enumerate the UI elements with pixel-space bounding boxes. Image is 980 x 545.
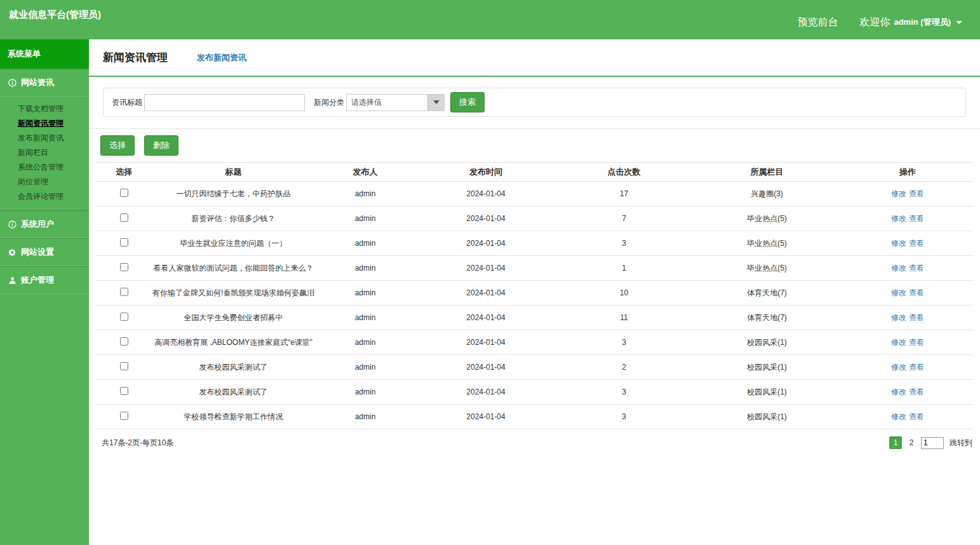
sidebar-section-label: 网站资讯 <box>21 77 54 88</box>
page-jump-input[interactable] <box>921 437 944 449</box>
row-category: 毕业热点(5) <box>692 256 842 281</box>
row-date: 2024-01-04 <box>416 182 556 206</box>
row-clicks: 11 <box>556 306 692 330</box>
topbar-right: 预览前台 欢迎你 admin (管理员) <box>797 16 962 29</box>
page-title: 新闻资讯管理 <box>103 50 168 65</box>
row-checkbox[interactable] <box>120 263 128 271</box>
row-select-cell <box>95 182 152 206</box>
edit-link[interactable]: 修改 <box>891 288 906 297</box>
row-publisher: admin <box>314 306 416 330</box>
info-icon <box>8 220 17 229</box>
page-number[interactable]: 2 <box>908 438 915 447</box>
preview-frontend-link[interactable]: 预览前台 <box>797 16 838 29</box>
sidebar-submenu-item[interactable]: 发布新闻资讯 <box>0 131 89 145</box>
row-select-cell <box>95 281 152 306</box>
page-number[interactable]: 1 <box>889 436 902 449</box>
news-category-select[interactable]: 请选择值 <box>346 94 445 111</box>
column-header: 所属栏目 <box>692 163 842 182</box>
sidebar-submenu-item[interactable]: 系统公告管理 <box>0 160 89 175</box>
row-publisher: admin <box>314 206 416 231</box>
row-checkbox[interactable] <box>120 213 128 222</box>
row-date: 2024-01-04 <box>416 330 556 355</box>
row-title: 发布校园风采测试了 <box>152 355 314 380</box>
row-checkbox[interactable] <box>120 337 128 346</box>
table-row: 学校领导检查新学期工作情况admin2024-01-043校园风采(1)修改查看 <box>95 405 974 429</box>
page-header: 新闻资讯管理 发布新闻资讯 <box>89 39 980 77</box>
row-date: 2024-01-04 <box>416 256 556 281</box>
view-link[interactable]: 查看 <box>909 412 924 421</box>
view-link[interactable]: 查看 <box>909 338 924 347</box>
row-checkbox[interactable] <box>120 238 128 246</box>
select-button[interactable]: 选择 <box>100 135 135 156</box>
row-checkbox[interactable] <box>120 189 128 197</box>
edit-link[interactable]: 修改 <box>891 338 906 347</box>
dropdown-arrow-icon <box>427 95 444 111</box>
page-layout: 系统菜单 网站资讯 下载文档管理新闻资讯管理发布新闻资讯新闻栏目系统公告管理岗位… <box>0 39 980 545</box>
row-select-cell <box>95 256 152 281</box>
sidebar-submenu-item[interactable]: 新闻栏目 <box>0 145 89 160</box>
sidebar-submenu-item[interactable]: 新闻资讯管理 <box>0 116 89 131</box>
sidebar-section-settings[interactable]: 网站设置 <box>0 238 89 266</box>
row-checkbox[interactable] <box>120 362 128 370</box>
search-panel: 资讯标题 新闻分类 请选择值 搜索 <box>103 88 966 117</box>
username: admin (管理员) <box>894 17 951 28</box>
user-menu[interactable]: 欢迎你 admin (管理员) <box>859 16 962 29</box>
edit-link[interactable]: 修改 <box>891 214 906 223</box>
row-actions: 修改查看 <box>842 231 974 256</box>
table-row: 一切只因结缘于七老，中药护肤品admin2024-01-0417兴趣圈(3)修改… <box>95 182 974 206</box>
info-icon <box>8 79 17 87</box>
sidebar-submenu: 下载文档管理新闻资讯管理发布新闻资讯新闻栏目系统公告管理岗位管理会员评论管理 <box>0 97 89 210</box>
sidebar-menu-header: 系统菜单 <box>0 39 89 69</box>
pager-pages: 12 <box>889 436 915 449</box>
row-actions: 修改查看 <box>842 405 974 429</box>
column-header: 点击次数 <box>556 163 692 182</box>
view-link[interactable]: 查看 <box>909 264 924 272</box>
table-row: 薪资评估：你值多少钱？admin2024-01-047毕业热点(5)修改查看 <box>95 206 974 231</box>
sidebar-section-label: 系统用户 <box>21 219 54 230</box>
view-link[interactable]: 查看 <box>909 189 924 198</box>
row-actions: 修改查看 <box>842 206 974 231</box>
row-publisher: admin <box>314 380 416 405</box>
row-checkbox[interactable] <box>120 313 128 321</box>
sidebar-submenu-item[interactable]: 岗位管理 <box>0 175 89 189</box>
column-header: 操作 <box>842 163 974 182</box>
view-link[interactable]: 查看 <box>909 214 924 223</box>
edit-link[interactable]: 修改 <box>891 387 906 396</box>
news-title-input[interactable] <box>144 94 305 111</box>
view-link[interactable]: 查看 <box>909 288 924 297</box>
row-publisher: admin <box>314 281 416 306</box>
jump-label: 跳转到 <box>950 438 972 448</box>
row-select-cell <box>95 380 152 405</box>
row-title: 发布校园风采测试了 <box>152 380 314 405</box>
sidebar-submenu-item[interactable]: 会员评论管理 <box>0 189 89 204</box>
search-button[interactable]: 搜索 <box>450 92 485 112</box>
row-checkbox[interactable] <box>120 387 128 395</box>
edit-link[interactable]: 修改 <box>891 313 906 322</box>
table-body: 一切只因结缘于七老，中药护肤品admin2024-01-0417兴趣圈(3)修改… <box>95 182 974 429</box>
row-category: 毕业热点(5) <box>692 206 842 231</box>
view-link[interactable]: 查看 <box>909 387 924 396</box>
row-select-cell <box>95 355 152 380</box>
view-link[interactable]: 查看 <box>909 363 924 372</box>
edit-link[interactable]: 修改 <box>891 363 906 372</box>
row-checkbox[interactable] <box>120 412 128 420</box>
pagination-summary: 共17条-2页-每页10条 <box>102 438 173 448</box>
view-link[interactable]: 查看 <box>909 313 924 322</box>
sidebar-section-news[interactable]: 网站资讯 <box>0 69 89 97</box>
row-checkbox[interactable] <box>120 288 128 296</box>
edit-link[interactable]: 修改 <box>891 239 906 248</box>
row-actions: 修改查看 <box>842 306 974 330</box>
row-actions: 修改查看 <box>842 182 974 206</box>
sidebar-section-account[interactable]: 账户管理 <box>0 266 89 294</box>
view-link[interactable]: 查看 <box>909 239 924 248</box>
table-row: 毕业生就业应注意的问题（一）admin2024-01-043毕业热点(5)修改查… <box>95 231 974 256</box>
row-title: 高调亮相教育展 ,ABLOOMY连接家庭式“e课堂” <box>152 330 314 355</box>
edit-link[interactable]: 修改 <box>891 412 906 421</box>
row-date: 2024-01-04 <box>416 405 556 429</box>
delete-button[interactable]: 删除 <box>144 135 178 156</box>
sidebar-submenu-item[interactable]: 下载文档管理 <box>0 102 89 116</box>
edit-link[interactable]: 修改 <box>891 189 906 198</box>
publish-news-link[interactable]: 发布新闻资讯 <box>197 52 246 64</box>
sidebar-section-users[interactable]: 系统用户 <box>0 210 89 238</box>
edit-link[interactable]: 修改 <box>891 264 906 272</box>
